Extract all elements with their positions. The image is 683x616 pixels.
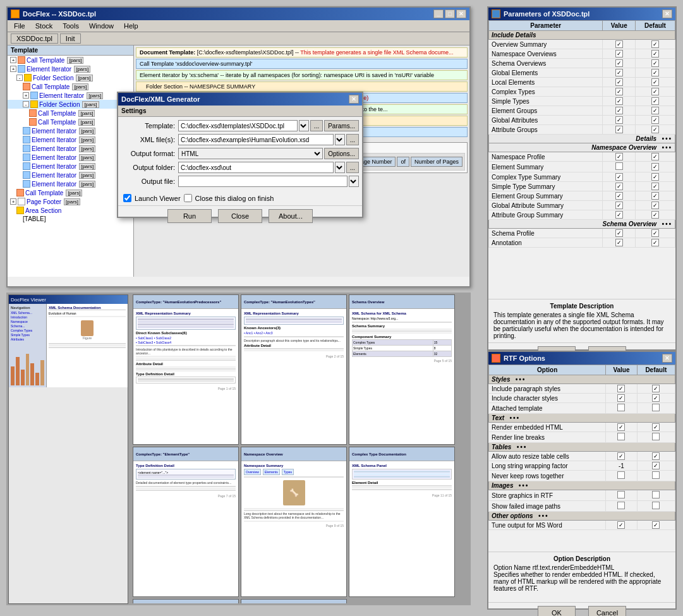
list-item[interactable]: Element Iterator [pars] bbox=[8, 162, 133, 171]
default-checkbox[interactable] bbox=[652, 394, 660, 402]
value-checkbox[interactable] bbox=[615, 202, 623, 209]
value-checkbox[interactable] bbox=[615, 69, 623, 76]
default-checkbox[interactable] bbox=[652, 385, 660, 392]
list-item[interactable]: + Page Footer [pars] bbox=[8, 197, 133, 206]
default-checkbox[interactable] bbox=[651, 229, 659, 237]
value-checkbox[interactable] bbox=[615, 162, 623, 170]
list-item[interactable]: - Folder Section [pars] bbox=[8, 73, 133, 82]
minimize-btn[interactable]: _ bbox=[433, 9, 444, 18]
value-checkbox[interactable] bbox=[617, 521, 625, 529]
default-checkbox[interactable] bbox=[651, 173, 659, 181]
value-checkbox[interactable] bbox=[617, 433, 625, 440]
folder-input[interactable] bbox=[178, 162, 334, 173]
default-checkbox[interactable] bbox=[651, 153, 659, 160]
default-checkbox[interactable] bbox=[651, 88, 659, 95]
value-checkbox[interactable] bbox=[615, 40, 623, 48]
list-item[interactable]: Element Iterator [pars] bbox=[8, 153, 133, 162]
params-close-btn[interactable]: ✕ bbox=[662, 9, 672, 18]
template-browse-btn[interactable]: ... bbox=[310, 120, 323, 131]
default-checkbox[interactable] bbox=[651, 50, 659, 57]
default-checkbox[interactable] bbox=[651, 163, 659, 171]
thumbnail-page[interactable]: XML Schema Panel Schema for XML Schema F… bbox=[241, 599, 347, 603]
default-checkbox[interactable] bbox=[651, 107, 659, 114]
value-checkbox[interactable] bbox=[617, 394, 625, 402]
default-checkbox[interactable] bbox=[652, 433, 660, 440]
value-checkbox[interactable] bbox=[615, 183, 623, 190]
menu-help[interactable]: Help bbox=[119, 21, 143, 31]
list-item[interactable]: Call Template [pars] bbox=[8, 188, 133, 197]
default-checkbox[interactable] bbox=[651, 116, 659, 124]
value-checkbox[interactable] bbox=[615, 50, 623, 57]
expand-icon[interactable]: + bbox=[10, 66, 16, 72]
format-select[interactable]: HTML bbox=[178, 148, 323, 159]
default-checkbox[interactable] bbox=[651, 183, 659, 190]
default-checkbox[interactable] bbox=[652, 471, 660, 479]
list-item[interactable]: Element Iterator [pars] bbox=[8, 171, 133, 179]
thumbnail-page[interactable]: ComplexType: "ElementType" Type Definiti… bbox=[133, 447, 239, 597]
value-checkbox[interactable] bbox=[615, 88, 623, 95]
expand-icon[interactable]: + bbox=[10, 198, 16, 205]
tab-init[interactable]: Init bbox=[60, 33, 81, 44]
value-checkbox[interactable] bbox=[615, 173, 623, 181]
value-checkbox[interactable] bbox=[615, 116, 623, 124]
maximize-btn[interactable]: □ bbox=[445, 9, 455, 18]
list-item[interactable]: Element Iterator [pars] bbox=[8, 179, 133, 188]
xml-input[interactable] bbox=[178, 134, 334, 145]
about-button[interactable]: About... bbox=[269, 209, 313, 223]
value-checkbox[interactable] bbox=[617, 404, 625, 411]
options-btn[interactable]: Options... bbox=[324, 148, 359, 159]
default-checkbox[interactable] bbox=[651, 239, 659, 246]
default-checkbox[interactable] bbox=[652, 423, 660, 431]
default-checkbox[interactable] bbox=[651, 78, 659, 86]
default-checkbox[interactable] bbox=[652, 491, 660, 498]
value-checkbox[interactable] bbox=[615, 153, 623, 160]
value-checkbox[interactable] bbox=[617, 502, 625, 509]
list-item[interactable]: Element Iterator [pars] bbox=[8, 144, 133, 153]
default-checkbox[interactable] bbox=[652, 521, 660, 529]
xml-browse-btn[interactable]: ... bbox=[346, 134, 359, 145]
default-checkbox[interactable] bbox=[651, 126, 659, 133]
expand-icon[interactable]: - bbox=[16, 75, 23, 81]
template-dropdown[interactable] bbox=[299, 120, 309, 131]
list-item[interactable]: Call Template [pars] bbox=[8, 82, 133, 91]
rtf-cancel-btn[interactable]: Cancel bbox=[588, 606, 626, 616]
default-checkbox[interactable] bbox=[651, 97, 659, 105]
generator-close-btn[interactable]: ✕ bbox=[349, 95, 359, 104]
tab-xsddoc[interactable]: XSDDoc.tpl bbox=[11, 33, 58, 44]
default-checkbox[interactable] bbox=[651, 59, 659, 67]
default-checkbox[interactable] bbox=[652, 404, 660, 411]
thumbnail-page[interactable]: Schema Overview XML Schema for XML Schem… bbox=[349, 294, 455, 445]
file-dropdown[interactable] bbox=[349, 176, 359, 187]
folder-browse-btn[interactable]: ... bbox=[346, 162, 359, 173]
menu-tools[interactable]: Tools bbox=[57, 21, 84, 31]
value-checkbox[interactable] bbox=[615, 126, 623, 133]
value-checkbox[interactable] bbox=[615, 107, 623, 114]
value-checkbox[interactable] bbox=[615, 239, 623, 246]
default-checkbox[interactable] bbox=[652, 462, 660, 469]
thumbnail-page[interactable]: Complex Type Documentation XML Schema Pa… bbox=[349, 447, 455, 597]
list-item[interactable]: Call Template [pars] bbox=[8, 118, 133, 126]
close-button[interactable]: Close bbox=[218, 209, 262, 223]
thumbnail-page[interactable]: ComplexType: "HumanEvolutionTypes" XML R… bbox=[241, 294, 347, 445]
folder-dropdown[interactable] bbox=[335, 162, 345, 173]
params-btn[interactable]: Params... bbox=[324, 120, 359, 131]
launch-viewer-checkbox[interactable] bbox=[123, 194, 131, 202]
list-item[interactable]: Element Iterator [pars] bbox=[8, 135, 133, 144]
rtf-close-btn[interactable]: ✕ bbox=[662, 354, 672, 363]
menu-file[interactable]: File bbox=[9, 21, 30, 31]
default-checkbox[interactable] bbox=[651, 211, 659, 219]
value-checkbox[interactable] bbox=[615, 59, 623, 67]
close-on-finish-checkbox[interactable] bbox=[184, 194, 192, 202]
run-button[interactable]: Run bbox=[167, 209, 212, 223]
list-item[interactable]: + Call Template [pars] bbox=[8, 56, 133, 64]
list-item[interactable]: Element Iterator [pars] bbox=[8, 126, 133, 135]
thumbnail-page[interactable]: Namespace Overview Namespace Summary Ove… bbox=[241, 447, 347, 597]
list-item[interactable]: [TABLE] bbox=[8, 215, 133, 223]
value-checkbox[interactable] bbox=[615, 192, 623, 200]
default-checkbox[interactable] bbox=[652, 452, 660, 460]
default-checkbox[interactable] bbox=[651, 69, 659, 76]
template-input[interactable] bbox=[178, 120, 298, 131]
expand-icon[interactable]: + bbox=[10, 57, 16, 63]
default-checkbox[interactable] bbox=[652, 502, 660, 509]
value-checkbox[interactable] bbox=[617, 491, 625, 498]
